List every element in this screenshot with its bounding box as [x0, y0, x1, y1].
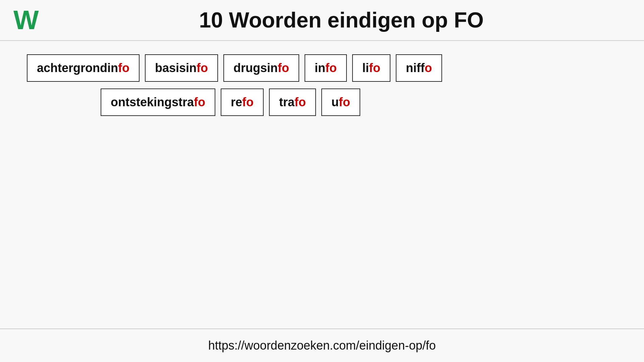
- word-suffix: fo: [197, 61, 208, 75]
- word-prefix: basisin: [155, 61, 197, 75]
- page-title: 10 Woorden eindigen op FO: [52, 8, 631, 33]
- word-prefix: ontstekingstra: [111, 95, 194, 109]
- list-item[interactable]: basisinfo: [145, 54, 218, 82]
- list-item[interactable]: info: [305, 54, 347, 82]
- word-suffix: fo: [118, 61, 129, 75]
- content: achtergrondіnfo basisinfo drugsinfo info…: [0, 41, 644, 328]
- word-prefix: in: [315, 61, 325, 75]
- footer: https://woordenzoeken.com/eindigen-op/fo: [0, 328, 644, 362]
- words-row-2: ontstekingstrafo refo trafo ufo: [27, 88, 617, 116]
- word-prefix: re: [231, 95, 242, 109]
- word-suffix: fo: [339, 95, 350, 109]
- logo: W: [13, 7, 39, 34]
- list-item[interactable]: niffo: [396, 54, 442, 82]
- word-prefix: achtergrondіn: [37, 61, 118, 75]
- word-prefix: drugsin: [233, 61, 278, 75]
- list-item[interactable]: refo: [221, 88, 264, 116]
- word-suffix: o: [425, 61, 432, 75]
- list-item[interactable]: trafo: [269, 88, 316, 116]
- word-suffix: fo: [278, 61, 289, 75]
- list-item[interactable]: ontstekingstrafo: [101, 88, 215, 116]
- word-prefix: u: [331, 95, 339, 109]
- list-item[interactable]: ufo: [321, 88, 360, 116]
- word-suffix: fo: [369, 61, 380, 75]
- footer-url: https://woordenzoeken.com/eindigen-op/fo: [208, 339, 436, 352]
- list-item[interactable]: achtergrondіnfo: [27, 54, 140, 82]
- word-suffix: fo: [325, 61, 337, 75]
- word-suffix: fo: [194, 95, 205, 109]
- header: W 10 Woorden eindigen op FO: [0, 0, 644, 41]
- words-row-1: achtergrondіnfo basisinfo drugsinfo info…: [27, 54, 617, 82]
- word-prefix: niff: [406, 61, 425, 75]
- list-item[interactable]: lifo: [352, 54, 390, 82]
- list-item[interactable]: drugsinfo: [223, 54, 299, 82]
- word-suffix: fo: [294, 95, 306, 109]
- word-prefix: li: [362, 61, 369, 75]
- word-suffix: fo: [242, 95, 254, 109]
- word-prefix: tra: [279, 95, 294, 109]
